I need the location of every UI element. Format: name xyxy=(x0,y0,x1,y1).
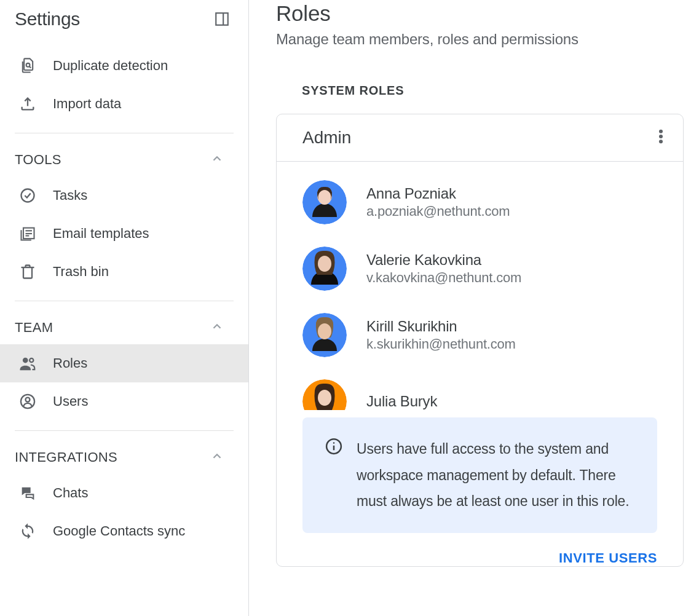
sidebar-item-label: Trash bin xyxy=(53,264,109,280)
role-card-header: Admin xyxy=(277,114,683,162)
info-icon xyxy=(325,437,343,458)
svg-point-15 xyxy=(659,135,663,138)
sidebar-item-label: Roles xyxy=(53,355,87,371)
page-title: Roles xyxy=(276,1,691,26)
svg-line-3 xyxy=(30,66,31,68)
user-name: Valerie Kakovkina xyxy=(366,251,657,269)
svg-point-25 xyxy=(318,390,331,406)
divider xyxy=(15,301,234,301)
users-list: Anna Pozniak a.pozniak@nethunt.com Valer… xyxy=(277,162,683,424)
settings-title: Settings xyxy=(15,9,80,30)
user-email: k.skurikhin@nethunt.com xyxy=(366,336,657,352)
user-email: a.pozniak@nethunt.com xyxy=(366,203,657,219)
sidebar-item-label: Users xyxy=(53,393,88,409)
roles-icon xyxy=(18,354,37,373)
user-info: Valerie Kakovkina v.kakovkina@nethunt.co… xyxy=(366,251,657,286)
avatar xyxy=(302,313,347,357)
duplicate-detection-icon xyxy=(18,57,37,75)
sidebar-item-label: Email templates xyxy=(53,226,149,242)
user-info: Kirill Skurikhin k.skurikhin@nethunt.com xyxy=(366,318,657,352)
sidebar-item-tasks[interactable]: Tasks xyxy=(0,176,248,215)
user-info: Anna Pozniak a.pozniak@nethunt.com xyxy=(366,185,657,219)
main-content: Roles Manage team members, roles and per… xyxy=(249,0,691,616)
svg-point-28 xyxy=(333,442,335,444)
info-box: Users have full access to the system and… xyxy=(302,417,657,533)
email-templates-icon xyxy=(18,224,37,243)
sidebar-item-contacts-sync[interactable]: Google Contacts sync xyxy=(0,512,248,550)
avatar xyxy=(302,247,347,291)
system-roles-label: SYSTEM ROLES xyxy=(302,84,691,98)
svg-point-23 xyxy=(318,323,331,339)
sidebar-item-email-templates[interactable]: Email templates xyxy=(0,215,248,253)
user-email: v.kakovkina@nethunt.com xyxy=(366,270,657,286)
sidebar-item-import-data[interactable]: Import data xyxy=(0,85,248,123)
sidebar-item-duplicate-detection[interactable]: Duplicate detection xyxy=(0,47,248,85)
invite-row: INVITE USERS xyxy=(277,545,683,566)
sidebar-item-label: Import data xyxy=(53,96,121,112)
trash-bin-icon xyxy=(18,263,37,281)
settings-sidebar: Settings Duplicate detection Import data xyxy=(0,0,249,616)
user-row[interactable]: Kirill Skurikhin k.skurikhin@nethunt.com xyxy=(302,313,657,357)
section-title: INTEGRATIONS xyxy=(15,449,117,465)
chevron-up-icon xyxy=(210,320,224,336)
chats-icon xyxy=(18,484,37,502)
user-row[interactable]: Valerie Kakovkina v.kakovkina@nethunt.co… xyxy=(302,247,657,291)
svg-point-14 xyxy=(659,130,663,133)
tasks-icon xyxy=(18,186,37,205)
chevron-up-icon xyxy=(210,449,224,465)
invite-users-button[interactable]: INVITE USERS xyxy=(559,550,657,566)
more-options-icon[interactable] xyxy=(658,128,663,148)
section-header-team[interactable]: TEAM xyxy=(0,311,248,344)
role-card-admin: Admin Anna Pozniak a.pozniak@nethunt. xyxy=(276,114,684,567)
sidebar-item-label: Tasks xyxy=(53,188,87,203)
user-name: Anna Pozniak xyxy=(366,185,657,202)
info-text: Users have full access to the system and… xyxy=(357,436,639,515)
svg-point-10 xyxy=(23,358,28,363)
sidebar-item-label: Google Contacts sync xyxy=(53,523,185,539)
svg-point-5 xyxy=(22,189,34,202)
svg-rect-0 xyxy=(216,13,228,25)
user-name: Julia Buryk xyxy=(366,393,657,410)
user-row[interactable]: Anna Pozniak a.pozniak@nethunt.com xyxy=(302,180,657,224)
user-name: Kirill Skurikhin xyxy=(366,318,657,335)
sidebar-item-chats[interactable]: Chats xyxy=(0,474,248,512)
avatar xyxy=(302,180,347,224)
section-header-tools[interactable]: TOOLS xyxy=(0,143,248,176)
chevron-up-icon xyxy=(210,152,224,168)
svg-point-21 xyxy=(318,256,331,272)
svg-point-11 xyxy=(30,358,33,362)
role-name: Admin xyxy=(302,128,351,148)
sidebar-item-users[interactable]: Users xyxy=(0,382,248,421)
svg-point-16 xyxy=(659,140,663,143)
page-subtitle: Manage team members, roles and permissio… xyxy=(276,31,691,48)
section-title: TOOLS xyxy=(15,152,61,168)
divider xyxy=(15,430,234,431)
sidebar-header: Settings xyxy=(0,0,248,47)
sidebar-item-trash-bin[interactable]: Trash bin xyxy=(0,253,248,291)
users-icon xyxy=(18,392,37,411)
section-header-integrations[interactable]: INTEGRATIONS xyxy=(0,441,248,474)
section-title: TEAM xyxy=(15,320,53,336)
divider xyxy=(15,133,234,133)
sidebar-item-label: Duplicate detection xyxy=(53,58,168,74)
sidebar-item-label: Chats xyxy=(53,485,88,501)
collapse-sidebar-icon[interactable] xyxy=(214,11,230,27)
sync-icon xyxy=(18,522,37,540)
user-info: Julia Buryk xyxy=(366,393,657,410)
svg-point-13 xyxy=(26,398,30,402)
svg-point-19 xyxy=(318,190,331,205)
svg-point-2 xyxy=(26,63,30,67)
import-data-icon xyxy=(18,95,37,113)
sidebar-item-roles[interactable]: Roles xyxy=(0,344,248,382)
